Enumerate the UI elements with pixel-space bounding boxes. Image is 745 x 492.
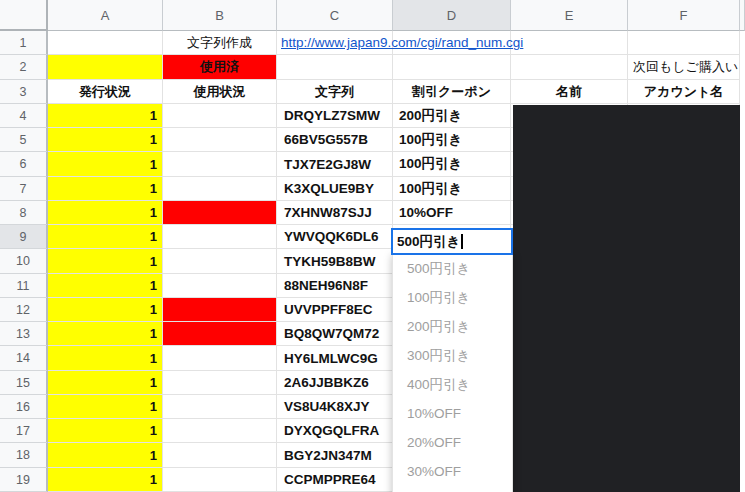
row-header-17[interactable]: 17	[0, 419, 48, 443]
dropdown-option[interactable]: 100円引き	[393, 283, 512, 312]
column-header-B[interactable]: B	[163, 0, 277, 31]
select-all-corner[interactable]	[0, 0, 48, 31]
cell-A6-issued[interactable]: 1	[48, 152, 163, 177]
cell-C12-code[interactable]: UVVPPFF8EC	[277, 298, 393, 322]
cell-A4-issued[interactable]: 1	[48, 104, 163, 128]
cell-C13-code[interactable]: BQ8QW7QM72	[277, 322, 393, 346]
dropdown-option[interactable]: 20%OFF	[393, 428, 512, 457]
cell-C8-code[interactable]: 7XHNW87SJJ	[277, 201, 393, 225]
cell-D5-coupon[interactable]: 100円引き	[393, 128, 511, 152]
cell-C7-code[interactable]: K3XQLUE9BY	[277, 177, 393, 201]
cell-A19-issued[interactable]: 1	[48, 468, 163, 492]
cell-C2[interactable]	[277, 55, 393, 80]
cell-F1[interactable]	[628, 31, 740, 55]
cell-B19-used[interactable]	[163, 468, 277, 492]
cell-B10-used[interactable]	[163, 249, 277, 274]
cell-A7-issued[interactable]: 1	[48, 177, 163, 201]
rand-num-generator-link[interactable]: http://www.japan9.com/cgi/rand_num.cgi	[281, 35, 523, 50]
cell-A8-issued[interactable]: 1	[48, 201, 163, 225]
row-header-4[interactable]: 4	[0, 104, 48, 128]
cell-C19-code[interactable]: CCPMPPRE64	[277, 468, 393, 492]
cell-B12-used[interactable]	[163, 298, 277, 322]
row-header-13[interactable]: 13	[0, 322, 48, 346]
row-header-8[interactable]: 8	[0, 201, 48, 225]
cell-F2-note[interactable]: 次回もしご購入い	[628, 55, 740, 80]
cell-C14-code[interactable]: HY6LMLWC9G	[277, 346, 393, 371]
row-header-2[interactable]: 2	[0, 55, 48, 80]
cell-A1[interactable]	[48, 31, 163, 55]
row-header-11[interactable]: 11	[0, 274, 48, 298]
dropdown-option[interactable]: 300円引き	[393, 341, 512, 370]
cell-C9-code[interactable]: YWVQQK6DL6	[277, 225, 393, 249]
column-header-D[interactable]: D	[393, 0, 511, 31]
cell-F3-header[interactable]: アカウント名	[628, 80, 740, 104]
cell-C10-code[interactable]: TYKH59B8BW	[277, 249, 393, 274]
cell-A18-issued[interactable]: 1	[48, 443, 163, 468]
row-header-6[interactable]: 6	[0, 152, 48, 177]
cell-B8-used[interactable]	[163, 201, 277, 225]
cell-B13-used[interactable]	[163, 322, 277, 346]
cell-A17-issued[interactable]: 1	[48, 419, 163, 443]
cell-D6-coupon[interactable]: 100円引き	[393, 152, 511, 177]
cell-B18-used[interactable]	[163, 443, 277, 468]
column-header-C[interactable]: C	[277, 0, 393, 31]
cell-A11-issued[interactable]: 1	[48, 274, 163, 298]
row-header-10[interactable]: 10	[0, 249, 48, 274]
cell-A2-fill[interactable]	[48, 55, 163, 80]
dropdown-option[interactable]: 500円引き	[393, 254, 512, 283]
cell-C6-code[interactable]: TJX7E2GJ8W	[277, 152, 393, 177]
cell-E3-header[interactable]: 名前	[511, 80, 628, 104]
row-header-19[interactable]: 19	[0, 468, 48, 492]
cell-C11-code[interactable]: 88NEH96N8F	[277, 274, 393, 298]
dropdown-option[interactable]: 30%OFF	[393, 457, 512, 486]
row-header-18[interactable]: 18	[0, 443, 48, 468]
column-header-E[interactable]: E	[511, 0, 628, 31]
cell-A9-issued[interactable]: 1	[48, 225, 163, 249]
column-header-A[interactable]: A	[48, 0, 163, 31]
dropdown-option[interactable]: 200円引き	[393, 312, 512, 341]
cell-C16-code[interactable]: VS8U4K8XJY	[277, 395, 393, 419]
cell-D7-coupon[interactable]: 100円引き	[393, 177, 511, 201]
cell-E1[interactable]	[511, 31, 628, 55]
column-header-F[interactable]: F	[628, 0, 740, 31]
cell-B9-used[interactable]	[163, 225, 277, 249]
cell-C3-header[interactable]: 文字列	[277, 80, 393, 104]
cell-B17-used[interactable]	[163, 419, 277, 443]
cell-C1-link[interactable]: http://www.japan9.com/cgi/rand_num.cgi	[277, 31, 393, 55]
cell-C18-code[interactable]: BGY2JN347M	[277, 443, 393, 468]
cell-B4-used[interactable]	[163, 104, 277, 128]
cell-B2-status[interactable]: 使用済	[163, 55, 277, 80]
row-header-1[interactable]: 1	[0, 31, 48, 55]
row-header-14[interactable]: 14	[0, 346, 48, 371]
row-header-9[interactable]: 9	[0, 225, 48, 249]
cell-A3-header[interactable]: 発行状況	[48, 80, 163, 104]
cell-B7-used[interactable]	[163, 177, 277, 201]
row-header-15[interactable]: 15	[0, 371, 48, 395]
row-header-7[interactable]: 7	[0, 177, 48, 201]
cell-B5-used[interactable]	[163, 128, 277, 152]
dropdown-option[interactable]: 10%OFF	[393, 399, 512, 428]
cell-C5-code[interactable]: 66BV5G557B	[277, 128, 393, 152]
row-header-3[interactable]: 3	[0, 80, 48, 104]
active-cell-editor[interactable]: 500円引き	[391, 228, 513, 255]
cell-B16-used[interactable]	[163, 395, 277, 419]
row-header-12[interactable]: 12	[0, 298, 48, 322]
row-header-16[interactable]: 16	[0, 395, 48, 419]
cell-C17-code[interactable]: DYXQGQLFRA	[277, 419, 393, 443]
cell-A13-issued[interactable]: 1	[48, 322, 163, 346]
cell-B11-used[interactable]	[163, 274, 277, 298]
cell-B6-used[interactable]	[163, 152, 277, 177]
cell-C15-code[interactable]: 2A6JJBBKZ6	[277, 371, 393, 395]
cell-A15-issued[interactable]: 1	[48, 371, 163, 395]
cell-A12-issued[interactable]: 1	[48, 298, 163, 322]
cell-D3-header[interactable]: 割引クーポン	[393, 80, 511, 104]
dropdown-option[interactable]: 400円引き	[393, 370, 512, 399]
cell-E2[interactable]	[511, 55, 628, 80]
cell-A5-issued[interactable]: 1	[48, 128, 163, 152]
cell-D4-coupon[interactable]: 200円引き	[393, 104, 511, 128]
cell-B14-used[interactable]	[163, 346, 277, 371]
cell-D2[interactable]	[393, 55, 511, 80]
row-header-5[interactable]: 5	[0, 128, 48, 152]
cell-C4-code[interactable]: DRQYLZ7SMW	[277, 104, 393, 128]
cell-A10-issued[interactable]: 1	[48, 249, 163, 274]
